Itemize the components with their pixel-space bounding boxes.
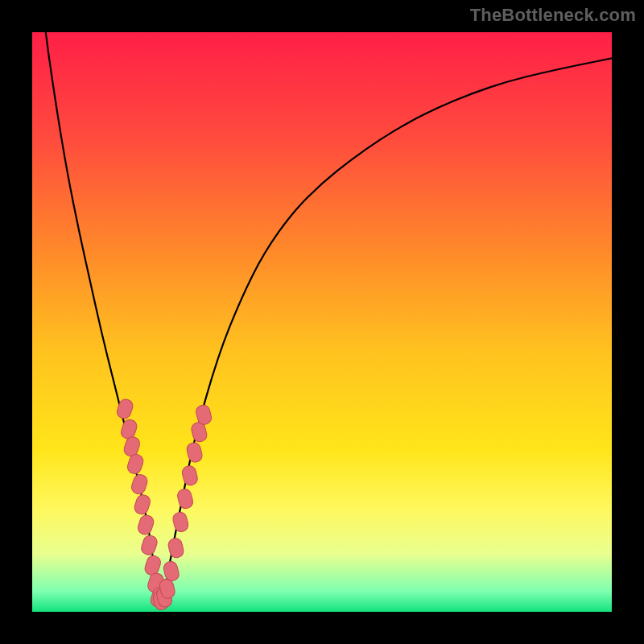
chart-stage: TheBottleneck.com	[0, 0, 644, 644]
bottleneck-chart	[0, 0, 644, 644]
plot-background-gradient	[32, 32, 612, 612]
watermark-text: TheBottleneck.com	[470, 5, 636, 26]
